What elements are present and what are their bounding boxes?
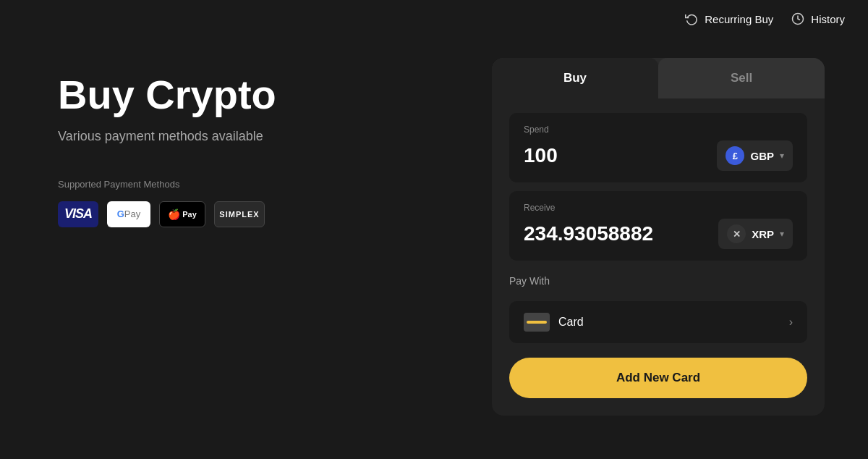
recurring-buy-label: Recurring Buy — [705, 13, 773, 25]
simplex-badge: simplex — [214, 201, 265, 227]
page-title: Buy Crypto — [58, 72, 276, 117]
xrp-code: XRP — [752, 228, 774, 240]
visa-badge: VISA — [58, 201, 98, 227]
card-stripe — [527, 321, 547, 324]
payment-methods-label: Supported Payment Methods — [58, 179, 276, 190]
tab-buy[interactable]: Buy — [492, 58, 658, 98]
xrp-icon: ✕ — [727, 224, 746, 243]
chevron-down-icon: ▾ — [780, 151, 784, 161]
card-icon — [524, 313, 550, 332]
history-icon — [791, 12, 805, 26]
receive-label: Receive — [524, 203, 793, 213]
gbp-icon: £ — [726, 146, 744, 165]
buy-sell-panel: Buy Sell Spend 100 £ GBP ▾ Receive — [492, 58, 825, 416]
pay-method-name: Card — [558, 316, 584, 329]
tabs: Buy Sell — [492, 58, 825, 98]
xrp-chevron-down-icon: ▾ — [780, 229, 784, 239]
spend-label: Spend — [524, 125, 793, 135]
applepay-badge: 🍎 Pay — [159, 201, 205, 227]
history-nav[interactable]: History — [791, 12, 845, 26]
gpay-badge: GPay — [107, 201, 150, 227]
pay-with-label: Pay With — [509, 275, 807, 287]
currency-selector-gbp[interactable]: £ GBP ▾ — [717, 140, 793, 171]
top-nav: Recurring Buy History — [661, 0, 868, 38]
currency-code: GBP — [750, 150, 774, 162]
currency-selector-xrp[interactable]: ✕ XRP ▾ — [718, 219, 793, 249]
tab-sell[interactable]: Sell — [658, 58, 825, 98]
left-content: Buy Crypto Various payment methods avail… — [58, 72, 276, 227]
pay-method-left: Card — [524, 313, 584, 332]
receive-value: 234.93058882 — [524, 222, 653, 245]
spend-row: 100 £ GBP ▾ — [524, 140, 793, 171]
form-area: Spend 100 £ GBP ▾ Receive 234.93058882 ✕ — [492, 98, 825, 416]
history-label: History — [811, 13, 845, 25]
payment-methods: VISA GPay 🍎 Pay simplex — [58, 201, 276, 227]
chevron-right-icon: › — [789, 316, 793, 329]
spend-box: Spend 100 £ GBP ▾ — [509, 113, 807, 182]
recurring-buy-nav[interactable]: Recurring Buy — [684, 12, 773, 26]
add-card-button[interactable]: Add New Card — [509, 358, 807, 398]
receive-box: Receive 234.93058882 ✕ XRP ▾ — [509, 191, 807, 261]
subtitle: Various payment methods available — [58, 129, 276, 144]
recurring-buy-icon — [684, 12, 699, 26]
pay-method-row[interactable]: Card › — [509, 301, 807, 343]
receive-row: 234.93058882 ✕ XRP ▾ — [524, 219, 793, 249]
spend-value[interactable]: 100 — [524, 144, 558, 167]
